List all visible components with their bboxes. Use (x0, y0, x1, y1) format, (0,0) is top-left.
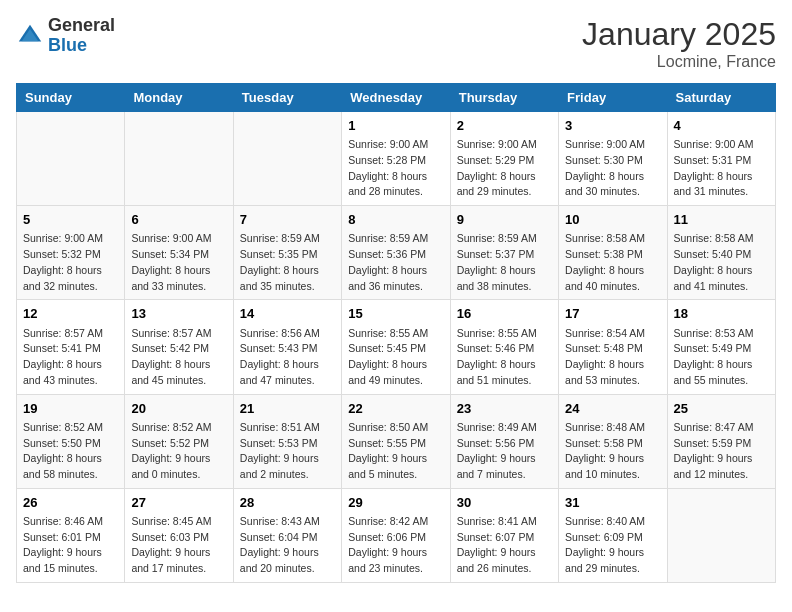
calendar-cell: 11Sunrise: 8:58 AM Sunset: 5:40 PM Dayli… (667, 206, 775, 300)
day-number: 20 (131, 400, 226, 418)
day-info: Sunrise: 8:55 AM Sunset: 5:46 PM Dayligh… (457, 326, 552, 389)
day-info: Sunrise: 8:51 AM Sunset: 5:53 PM Dayligh… (240, 420, 335, 483)
day-number: 11 (674, 211, 769, 229)
calendar-week-row: 19Sunrise: 8:52 AM Sunset: 5:50 PM Dayli… (17, 394, 776, 488)
day-info: Sunrise: 8:46 AM Sunset: 6:01 PM Dayligh… (23, 514, 118, 577)
day-info: Sunrise: 8:59 AM Sunset: 5:35 PM Dayligh… (240, 231, 335, 294)
day-number: 15 (348, 305, 443, 323)
day-info: Sunrise: 8:43 AM Sunset: 6:04 PM Dayligh… (240, 514, 335, 577)
day-number: 6 (131, 211, 226, 229)
calendar-cell: 25Sunrise: 8:47 AM Sunset: 5:59 PM Dayli… (667, 394, 775, 488)
calendar-table: SundayMondayTuesdayWednesdayThursdayFrid… (16, 83, 776, 583)
location-title: Locmine, France (582, 53, 776, 71)
calendar-cell: 10Sunrise: 8:58 AM Sunset: 5:38 PM Dayli… (559, 206, 667, 300)
calendar-cell: 23Sunrise: 8:49 AM Sunset: 5:56 PM Dayli… (450, 394, 558, 488)
day-info: Sunrise: 8:54 AM Sunset: 5:48 PM Dayligh… (565, 326, 660, 389)
calendar-cell: 31Sunrise: 8:40 AM Sunset: 6:09 PM Dayli… (559, 488, 667, 582)
calendar-cell: 27Sunrise: 8:45 AM Sunset: 6:03 PM Dayli… (125, 488, 233, 582)
logo: General Blue (16, 16, 115, 56)
day-number: 31 (565, 494, 660, 512)
day-info: Sunrise: 8:59 AM Sunset: 5:36 PM Dayligh… (348, 231, 443, 294)
calendar-week-row: 1Sunrise: 9:00 AM Sunset: 5:28 PM Daylig… (17, 112, 776, 206)
day-number: 12 (23, 305, 118, 323)
day-info: Sunrise: 8:57 AM Sunset: 5:42 PM Dayligh… (131, 326, 226, 389)
calendar-cell: 9Sunrise: 8:59 AM Sunset: 5:37 PM Daylig… (450, 206, 558, 300)
day-info: Sunrise: 9:00 AM Sunset: 5:32 PM Dayligh… (23, 231, 118, 294)
calendar-cell: 7Sunrise: 8:59 AM Sunset: 5:35 PM Daylig… (233, 206, 341, 300)
weekday-header-friday: Friday (559, 84, 667, 112)
day-info: Sunrise: 8:52 AM Sunset: 5:52 PM Dayligh… (131, 420, 226, 483)
calendar-cell: 5Sunrise: 9:00 AM Sunset: 5:32 PM Daylig… (17, 206, 125, 300)
day-number: 4 (674, 117, 769, 135)
day-number: 21 (240, 400, 335, 418)
title-section: January 2025 Locmine, France (582, 16, 776, 71)
calendar-cell (233, 112, 341, 206)
day-number: 30 (457, 494, 552, 512)
calendar-cell: 6Sunrise: 9:00 AM Sunset: 5:34 PM Daylig… (125, 206, 233, 300)
weekday-header-sunday: Sunday (17, 84, 125, 112)
day-info: Sunrise: 8:49 AM Sunset: 5:56 PM Dayligh… (457, 420, 552, 483)
day-info: Sunrise: 9:00 AM Sunset: 5:30 PM Dayligh… (565, 137, 660, 200)
calendar-week-row: 5Sunrise: 9:00 AM Sunset: 5:32 PM Daylig… (17, 206, 776, 300)
day-info: Sunrise: 8:59 AM Sunset: 5:37 PM Dayligh… (457, 231, 552, 294)
calendar-cell: 24Sunrise: 8:48 AM Sunset: 5:58 PM Dayli… (559, 394, 667, 488)
day-info: Sunrise: 8:52 AM Sunset: 5:50 PM Dayligh… (23, 420, 118, 483)
calendar-cell: 1Sunrise: 9:00 AM Sunset: 5:28 PM Daylig… (342, 112, 450, 206)
day-number: 2 (457, 117, 552, 135)
day-info: Sunrise: 9:00 AM Sunset: 5:31 PM Dayligh… (674, 137, 769, 200)
calendar-cell: 16Sunrise: 8:55 AM Sunset: 5:46 PM Dayli… (450, 300, 558, 394)
calendar-week-row: 26Sunrise: 8:46 AM Sunset: 6:01 PM Dayli… (17, 488, 776, 582)
day-number: 26 (23, 494, 118, 512)
logo-icon (16, 22, 44, 50)
calendar-cell: 30Sunrise: 8:41 AM Sunset: 6:07 PM Dayli… (450, 488, 558, 582)
calendar-week-row: 12Sunrise: 8:57 AM Sunset: 5:41 PM Dayli… (17, 300, 776, 394)
day-number: 3 (565, 117, 660, 135)
weekday-header-saturday: Saturday (667, 84, 775, 112)
day-number: 14 (240, 305, 335, 323)
calendar-cell: 8Sunrise: 8:59 AM Sunset: 5:36 PM Daylig… (342, 206, 450, 300)
day-info: Sunrise: 8:40 AM Sunset: 6:09 PM Dayligh… (565, 514, 660, 577)
day-number: 24 (565, 400, 660, 418)
calendar-cell: 28Sunrise: 8:43 AM Sunset: 6:04 PM Dayli… (233, 488, 341, 582)
day-info: Sunrise: 8:45 AM Sunset: 6:03 PM Dayligh… (131, 514, 226, 577)
day-number: 5 (23, 211, 118, 229)
calendar-cell: 17Sunrise: 8:54 AM Sunset: 5:48 PM Dayli… (559, 300, 667, 394)
calendar-cell: 3Sunrise: 9:00 AM Sunset: 5:30 PM Daylig… (559, 112, 667, 206)
weekday-header-row: SundayMondayTuesdayWednesdayThursdayFrid… (17, 84, 776, 112)
calendar-cell: 29Sunrise: 8:42 AM Sunset: 6:06 PM Dayli… (342, 488, 450, 582)
month-title: January 2025 (582, 16, 776, 53)
day-number: 13 (131, 305, 226, 323)
day-number: 9 (457, 211, 552, 229)
day-number: 7 (240, 211, 335, 229)
day-info: Sunrise: 8:48 AM Sunset: 5:58 PM Dayligh… (565, 420, 660, 483)
day-info: Sunrise: 9:00 AM Sunset: 5:28 PM Dayligh… (348, 137, 443, 200)
calendar-cell: 26Sunrise: 8:46 AM Sunset: 6:01 PM Dayli… (17, 488, 125, 582)
day-info: Sunrise: 8:55 AM Sunset: 5:45 PM Dayligh… (348, 326, 443, 389)
day-info: Sunrise: 8:56 AM Sunset: 5:43 PM Dayligh… (240, 326, 335, 389)
logo-blue-text: Blue (48, 35, 87, 55)
day-info: Sunrise: 8:50 AM Sunset: 5:55 PM Dayligh… (348, 420, 443, 483)
calendar-cell: 12Sunrise: 8:57 AM Sunset: 5:41 PM Dayli… (17, 300, 125, 394)
day-number: 1 (348, 117, 443, 135)
calendar-cell: 18Sunrise: 8:53 AM Sunset: 5:49 PM Dayli… (667, 300, 775, 394)
day-number: 22 (348, 400, 443, 418)
day-info: Sunrise: 8:42 AM Sunset: 6:06 PM Dayligh… (348, 514, 443, 577)
calendar-cell: 20Sunrise: 8:52 AM Sunset: 5:52 PM Dayli… (125, 394, 233, 488)
day-info: Sunrise: 9:00 AM Sunset: 5:29 PM Dayligh… (457, 137, 552, 200)
logo-text: General Blue (48, 16, 115, 56)
day-number: 16 (457, 305, 552, 323)
day-info: Sunrise: 8:58 AM Sunset: 5:38 PM Dayligh… (565, 231, 660, 294)
day-info: Sunrise: 9:00 AM Sunset: 5:34 PM Dayligh… (131, 231, 226, 294)
calendar-cell: 15Sunrise: 8:55 AM Sunset: 5:45 PM Dayli… (342, 300, 450, 394)
day-number: 10 (565, 211, 660, 229)
calendar-cell: 19Sunrise: 8:52 AM Sunset: 5:50 PM Dayli… (17, 394, 125, 488)
weekday-header-thursday: Thursday (450, 84, 558, 112)
logo-general: General (48, 15, 115, 35)
day-info: Sunrise: 8:47 AM Sunset: 5:59 PM Dayligh… (674, 420, 769, 483)
calendar-cell: 14Sunrise: 8:56 AM Sunset: 5:43 PM Dayli… (233, 300, 341, 394)
weekday-header-tuesday: Tuesday (233, 84, 341, 112)
day-number: 8 (348, 211, 443, 229)
calendar-cell (17, 112, 125, 206)
day-info: Sunrise: 8:57 AM Sunset: 5:41 PM Dayligh… (23, 326, 118, 389)
day-info: Sunrise: 8:41 AM Sunset: 6:07 PM Dayligh… (457, 514, 552, 577)
